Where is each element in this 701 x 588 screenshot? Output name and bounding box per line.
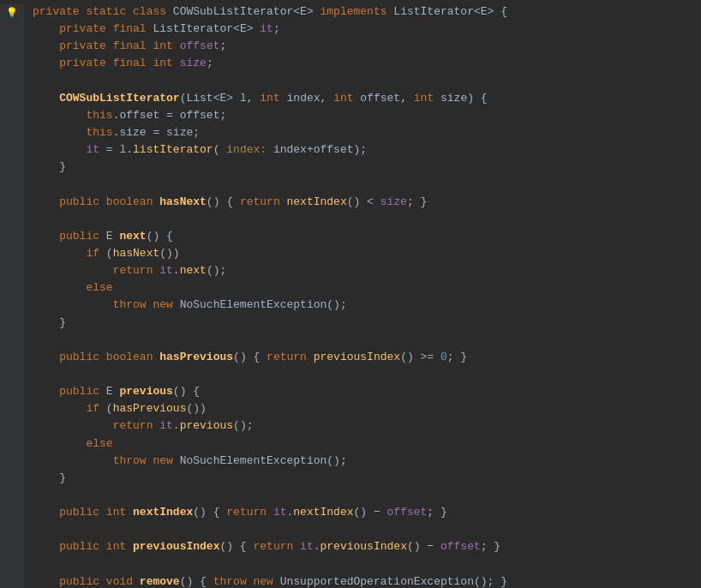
code-line-0: private static class COWSubListIterator<… [33,3,701,21]
token: void [106,573,140,588]
code-line-32 [33,556,701,573]
token: it [86,141,99,159]
gutter-line-1 [5,22,19,39]
token [33,400,86,417]
code-line-9: } [33,159,701,176]
token: previousIndex [133,538,219,555]
token: (); [327,297,346,314]
gutter: 💡 [0,3,24,588]
code-line-11: public boolean hasNext() { return nextIn… [33,194,701,211]
token: static [86,3,133,21]
token: next [180,262,207,279]
token: () >= [400,349,440,366]
gutter-line-26 [5,451,19,468]
token: <E> [213,90,240,107]
code-line-19 [33,332,701,349]
token: ; } [447,349,467,366]
token: index, [287,90,334,107]
token: ()) [159,245,179,262]
gutter-line-20 [5,348,19,365]
token: NoSuchElementException [180,453,327,470]
gutter-line-0: 💡 [5,5,19,22]
token: private [59,38,112,55]
token: <E> [233,21,260,38]
token: hasPrevious [159,349,233,366]
token: next [119,228,146,245]
token [33,349,59,366]
token: else [86,435,112,453]
token: ( [213,141,227,159]
code-line-20: public boolean hasPrevious() { return pr… [33,349,701,366]
token: (); [233,417,253,435]
token: offset, [360,90,413,107]
token: public [59,349,106,366]
token: final [113,21,153,38]
token: NoSuchElementException [180,297,327,314]
gutter-line-31 [5,537,19,554]
token: index: [226,141,267,159]
token: public [59,228,106,245]
token: ListIterator [393,3,474,21]
token: E [106,228,120,245]
token: (); } [474,573,507,588]
token: final [113,55,153,72]
code-line-23: if (hasPrevious()) [33,400,701,417]
token: offset [387,504,428,521]
code-line-7: this.size = size; [33,124,701,141]
code-line-16: else [33,279,701,297]
token: size [380,194,407,211]
token: . [314,538,321,555]
token: .size = size; [113,124,200,141]
token: private [59,21,112,38]
gutter-line-13 [5,228,19,245]
gutter-line-22 [5,382,19,399]
token: private [33,3,86,21]
gutter-line-29 [5,502,19,519]
token: E [106,383,120,400]
token: COWSubListIterator [173,3,293,21]
code-line-22: public E previous() { [33,383,701,400]
token [33,573,59,588]
token: hasNext [159,194,207,211]
code-line-4 [33,73,701,90]
token: it [260,21,273,38]
token [33,245,86,262]
token: new [253,573,279,588]
token [33,383,59,400]
code-line-30 [33,521,701,538]
token: boolean [106,349,159,366]
token: it [273,504,287,521]
token: int [333,90,360,107]
code-area[interactable]: private static class COWSubListIterator<… [24,3,701,588]
token: int [106,504,133,521]
token: new [153,297,179,314]
gutter-line-14 [5,245,19,262]
code-line-8: it = l.listIterator( index: index+offset… [33,141,701,159]
token: size) { [440,90,488,107]
token: index+offset); [267,141,367,159]
gutter-line-33 [5,571,19,588]
token: l, [240,90,260,107]
code-line-12 [33,211,701,228]
code-line-17: throw new NoSuchElementException(); [33,297,701,314]
code-line-28 [33,487,701,504]
token: (); [207,262,226,279]
token: it [159,262,173,279]
token: () − [354,504,387,521]
token: int [153,55,179,72]
token: int [260,90,286,107]
token: UnsupportedOperationException [280,573,474,588]
token [33,417,113,435]
token: throw [213,573,254,588]
token: this [86,124,112,141]
token: } [33,470,66,487]
token: = l. [99,141,133,159]
code-line-29: public int nextIndex() { return it.nextI… [33,504,701,521]
token: () { [207,194,240,211]
token: COWSubListIterator [59,90,179,107]
token: previousIndex [314,349,400,366]
token: size [180,55,207,72]
token [33,21,59,38]
code-line-31: public int previousIndex() { return it.p… [33,538,701,555]
token: final [113,38,153,55]
